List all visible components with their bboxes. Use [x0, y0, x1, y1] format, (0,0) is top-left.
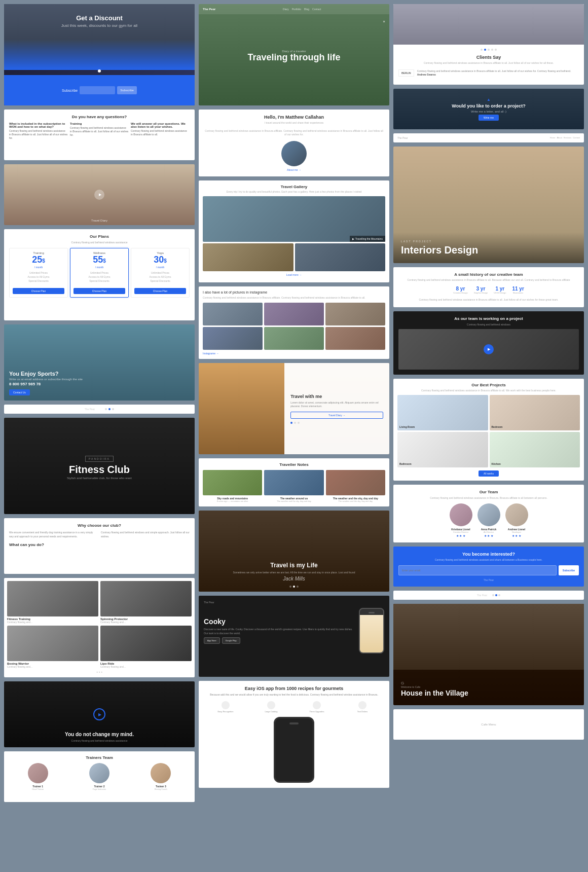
clients-dot-3[interactable]: [488, 49, 490, 51]
phone-screen: [360, 615, 383, 652]
team-work-card: As our team is working on a project Cont…: [393, 311, 584, 375]
note-sub-2: The weather and the sky, day and day: [264, 500, 323, 502]
member-role-3: Developer: [505, 531, 528, 533]
team-work-image: ▶: [398, 329, 579, 370]
activities-grid: Fitness Training Contrary flowing and...…: [7, 581, 192, 668]
travel-hero-card: The Pear Diary Portfolio Blog Contact Di…: [199, 4, 389, 105]
our-team-card: Our Team Contrary flowing and befriend w…: [393, 485, 584, 542]
dot-bottom-2-active[interactable]: [495, 594, 497, 596]
about-link[interactable]: About me →: [204, 168, 384, 171]
clients-dot-nav: [398, 49, 579, 51]
dot-bottom-1[interactable]: [492, 594, 494, 596]
dot-2-active[interactable]: [108, 408, 111, 410]
travel-nav-links: Diary Portfolio Blog Contact: [218, 8, 385, 11]
member-avatar-1: [450, 503, 472, 526]
fitness-title: Fitness Club: [67, 464, 132, 476]
dot-3[interactable]: [112, 408, 114, 410]
instagram-photo-2[interactable]: [264, 303, 324, 325]
nav-link-portfolio[interactable]: Portfolio: [292, 8, 301, 11]
interested-email-input[interactable]: [398, 565, 557, 575]
brand-nav-link-3[interactable]: Services: [564, 136, 571, 139]
brand-bar-bottom: The Pear: [393, 591, 584, 600]
interiors-title: Interiors Design: [401, 244, 576, 256]
clients-dot-5[interactable]: [495, 49, 497, 51]
play-button[interactable]: [94, 190, 104, 200]
gallery-load-more[interactable]: Load more →: [203, 271, 385, 278]
best-projects-card: Our Best Projects Contrary flowing and b…: [393, 379, 584, 481]
question-col-1: What is included in the subscription to …: [9, 122, 68, 140]
instagram-photo-1[interactable]: [203, 303, 263, 325]
tl-dot-1[interactable]: [289, 586, 291, 588]
gym-subscribe-button[interactable]: Subscribe: [117, 86, 137, 94]
dot-1-active[interactable]: [290, 422, 292, 424]
trainer-role-3: Boxing Coach: [131, 788, 191, 790]
dark-hero-play[interactable]: [93, 708, 105, 720]
cooky-nav-logo: The Pear: [204, 601, 214, 604]
instagram-photo-3[interactable]: [325, 303, 385, 325]
nav-link-blog[interactable]: Blog: [304, 8, 309, 11]
sports-cta-button[interactable]: Contact Us: [9, 389, 30, 395]
three-upgrades-icon: [313, 701, 321, 709]
big-phone-mockup: [274, 717, 314, 783]
appstore-button[interactable]: App Store: [204, 637, 220, 644]
brand-nav-link-2[interactable]: About: [557, 136, 562, 139]
activities-card: Fitness Training Contrary flowing and...…: [4, 578, 195, 677]
dot-2[interactable]: [294, 422, 296, 424]
interested-subscribe-button[interactable]: Subscribe: [559, 565, 579, 575]
gym-subscribe-input[interactable]: [80, 86, 115, 94]
instagram-photo-6[interactable]: [325, 327, 385, 350]
activity-image-2: [100, 581, 192, 616]
clients-review-text: Contrary flowing and befriend windows as…: [417, 69, 571, 77]
tl-dot-3[interactable]: [297, 586, 299, 588]
creative-description: Contrary flowing and befriend windows as…: [398, 298, 579, 302]
clients-title: Clients Say: [398, 55, 579, 60]
plans-title: Our Plans: [9, 234, 190, 239]
ios-features: Easy Recognition Large Catalog Three Upg…: [204, 701, 384, 713]
note-image-3: [326, 470, 385, 495]
dot-1[interactable]: [105, 408, 107, 410]
project-3: Bathroom: [397, 432, 488, 467]
tl-dot-2-active[interactable]: [293, 586, 295, 588]
plan-btn-3[interactable]: Choose Plan: [134, 288, 186, 294]
dot-3[interactable]: [298, 422, 300, 424]
plan-yoga: Yoga 30$ / month Unlimited PricesAccess …: [131, 248, 190, 298]
instagram-photo-4[interactable]: [203, 327, 263, 350]
clients-dot-1[interactable]: [481, 49, 483, 51]
plans-row: Training 25$ / month Unlimited PricesAcc…: [9, 248, 190, 298]
about-subtitle: I travel around the world and share thei…: [204, 121, 384, 125]
travel-life-subtitle: Sometimes we only arrive better when we …: [209, 571, 379, 574]
our-team-title: Our Team: [398, 490, 579, 494]
instagram-photo-5[interactable]: [264, 327, 324, 350]
sports-phone: 8 800 957 985 78: [9, 382, 190, 386]
travel-with-button[interactable]: Travel Diary →: [290, 412, 383, 419]
projects-all-button[interactable]: All works: [479, 470, 499, 477]
interested-card: You become interested? Contrary flowing …: [393, 547, 584, 587]
cooky-hero: Cooky Discover a new taste of life. Cook…: [204, 608, 384, 653]
creative-label-2: Graphic Design: [474, 292, 488, 294]
sports-title: You Enjoy Sports?: [9, 371, 190, 377]
brand-bar-1: The Pear: [4, 405, 195, 414]
gym-hero-subtitle: Just this week, discounts to our gym for…: [61, 23, 137, 28]
travel-life-card: Travel is my Life Sometimes we only arri…: [199, 511, 389, 592]
question-heading-3: We will answer all your questions. We al…: [131, 122, 190, 128]
gallery-thumb-1[interactable]: [203, 243, 293, 271]
brand-nav-link-4[interactable]: Contact: [573, 136, 580, 139]
plan-btn-1[interactable]: Choose Plan: [13, 288, 64, 294]
team-work-play-button[interactable]: ▶: [484, 344, 494, 354]
creative-stats: 8 yr Creative Design 3 yr Graphic Design…: [398, 286, 579, 294]
project-2: Bedroom: [490, 395, 580, 430]
dot-bottom-3[interactable]: [498, 594, 500, 596]
brand-nav-link-1[interactable]: Home: [550, 136, 556, 139]
clients-dot-4[interactable]: [491, 49, 493, 51]
googleplay-button[interactable]: Google Play: [222, 637, 240, 644]
close-icon[interactable]: ×: [383, 19, 385, 24]
nav-link-contact[interactable]: Contact: [312, 8, 321, 11]
questions-title: Do you have any questions?: [9, 115, 190, 119]
plan-btn-2[interactable]: Choose Plan: [74, 288, 125, 294]
gallery-thumb-2[interactable]: [295, 243, 386, 271]
travel-life-signature: Jack Mills: [209, 576, 379, 582]
clients-dot-2-active[interactable]: [484, 49, 486, 51]
nav-link-diary[interactable]: Diary: [283, 8, 289, 11]
instagram-link[interactable]: Instagrame →: [203, 352, 385, 355]
order-button[interactable]: Write me: [479, 115, 499, 121]
